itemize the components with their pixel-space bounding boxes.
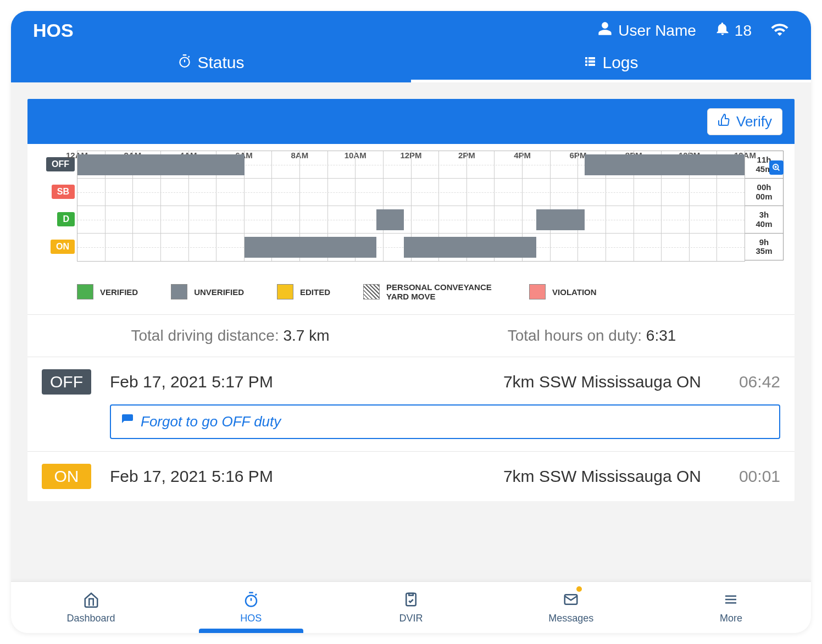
legend-unverified: UNVERIFIED (171, 284, 244, 299)
wifi-icon (770, 20, 789, 41)
log-date: Feb 17, 2021 5:16 PM (110, 467, 485, 486)
thumbs-up-icon (718, 113, 731, 130)
mail-icon (563, 591, 579, 610)
chart-bar[interactable] (536, 209, 585, 230)
nav-hos[interactable]: HOS (171, 582, 331, 633)
legend-pc: PERSONAL CONVEYANCE YARD MOVE (363, 282, 496, 301)
tab-status[interactable]: Status (11, 46, 411, 82)
verify-button[interactable]: Verify (707, 108, 782, 135)
log-date: Feb 17, 2021 5:17 PM (110, 373, 485, 391)
app-title: HOS (33, 20, 74, 41)
log-location: 7km SSW Mississauga ON (503, 373, 701, 391)
list-icon (584, 53, 597, 72)
tab-logs[interactable]: Logs (411, 46, 811, 82)
app-header: HOS User Name 18 (11, 11, 811, 82)
user-icon (597, 21, 613, 40)
chart-grid[interactable] (77, 151, 745, 262)
nav-messages[interactable]: Messages (491, 582, 651, 633)
log-entry[interactable]: OFFFeb 17, 2021 5:17 PM7km SSW Mississau… (27, 357, 795, 451)
notification-dot (576, 586, 582, 592)
notifications[interactable]: 18 (715, 21, 752, 40)
nav-more[interactable]: More (651, 582, 811, 633)
row-badge-d: D (57, 212, 75, 226)
verify-label: Verify (736, 113, 772, 130)
chart-bar[interactable] (245, 237, 376, 258)
tab-logs-label: Logs (602, 53, 638, 72)
legend-violation: VIOLATION (529, 284, 597, 299)
distance-value: 3.7 km (284, 327, 330, 344)
home-icon (83, 591, 99, 610)
nav-dashboard[interactable]: Dashboard (11, 582, 171, 633)
nav-dvir[interactable]: DVIR (331, 582, 491, 633)
chart-row-labels: OFFSBDON (38, 151, 77, 262)
svg-rect-1 (585, 57, 587, 59)
distance-label: Total driving distance: (131, 327, 283, 344)
row-badge-sb: SB (52, 185, 75, 199)
chart-bar[interactable] (404, 237, 536, 258)
chart-legend: VERIFIED UNVERIFIED EDITED PERSONAL CONV… (27, 273, 795, 314)
svg-point-0 (180, 58, 190, 67)
menu-icon (723, 591, 739, 610)
svg-rect-4 (588, 60, 595, 63)
chart-bar[interactable] (77, 154, 245, 175)
log-note[interactable]: Forgot to go OFF duty (110, 404, 780, 439)
log-entry[interactable]: ONFeb 17, 2021 5:16 PM7km SSW Mississaug… (27, 451, 795, 501)
hours-value: 6:31 (646, 327, 676, 344)
zoom-icon[interactable] (769, 160, 784, 175)
status-badge: OFF (42, 369, 91, 395)
stopwatch-icon (177, 53, 192, 72)
svg-rect-2 (588, 57, 595, 59)
chart-bar[interactable] (585, 154, 745, 175)
bell-icon (715, 21, 730, 40)
log-duration: 06:42 (720, 373, 780, 391)
chart-bar[interactable] (376, 209, 404, 230)
log-location: 7km SSW Mississauga ON (503, 467, 701, 486)
tab-status-label: Status (197, 53, 244, 72)
user-menu[interactable]: User Name (597, 21, 696, 40)
bottom-nav: Dashboard HOS DVIR Messages More (11, 581, 811, 633)
comment-icon (121, 413, 134, 430)
legend-verified: VERIFIED (77, 284, 138, 299)
user-name: User Name (618, 22, 696, 40)
log-list: OFFFeb 17, 2021 5:17 PM7km SSW Mississau… (27, 357, 795, 501)
notification-count: 18 (735, 22, 752, 40)
stopwatch-icon (243, 591, 259, 610)
svg-rect-3 (585, 60, 587, 63)
hours-label: Total hours on duty: (508, 327, 646, 344)
log-duration: 00:01 (720, 467, 780, 486)
svg-rect-5 (585, 64, 587, 66)
log-card: Verify 12AM2AM4AM6AM8AM10AM12PM2PM4PM6PM… (27, 99, 795, 501)
hos-chart: 12AM2AM4AM6AM8AM10AM12PM2PM4PM6PM8PM10PM… (27, 144, 795, 273)
legend-edited: EDITED (277, 284, 330, 299)
svg-rect-6 (588, 64, 595, 66)
status-badge: ON (42, 464, 91, 489)
summary-row: Total driving distance: 3.7 km Total hou… (27, 314, 795, 357)
clipboard-icon (403, 591, 419, 610)
row-badge-on: ON (51, 240, 75, 254)
